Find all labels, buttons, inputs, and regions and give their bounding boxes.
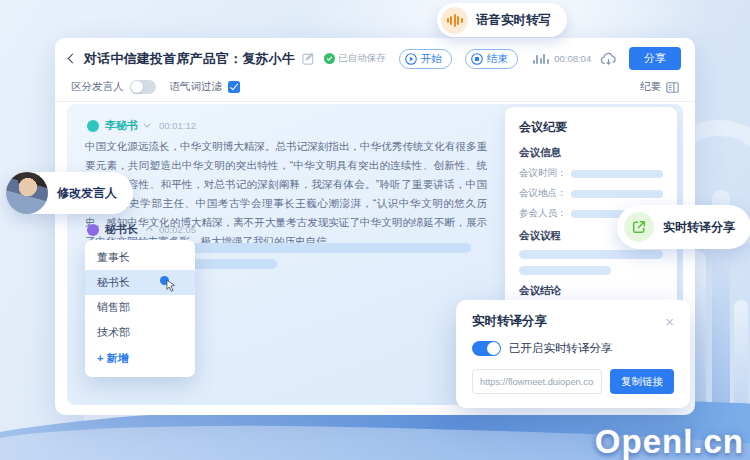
filler-filter-checkbox[interactable] [228, 81, 240, 93]
cursor-pointer-icon [164, 279, 178, 293]
distinguish-speaker-toggle[interactable] [130, 80, 156, 94]
filler-filter-label: 语气词过滤 [170, 80, 223, 94]
skeleton-bar [519, 250, 663, 259]
minutes-info-row: 会议时间： [519, 167, 663, 180]
back-icon[interactable] [68, 54, 78, 64]
dropdown-item-tech[interactable]: 技术部 [85, 320, 195, 345]
skeleton-bar [519, 266, 611, 275]
controls-row: 区分发言人 语气词过滤 纪要 [55, 74, 695, 101]
speaker2-name: 秘书长 [105, 222, 138, 237]
skeleton-bar [571, 170, 664, 178]
stop-icon [471, 53, 483, 65]
header-divider [55, 101, 695, 102]
minutes-info-title: 会议信息 [519, 146, 663, 160]
speaker2-time: 00:02:05 [159, 224, 196, 235]
chevron-down-icon[interactable] [144, 121, 151, 128]
skeleton-bar [571, 190, 664, 198]
voice-transcribe-badge: 语音实时转写 [437, 3, 567, 37]
speaker-row-2: 秘书长 00:02:05 [87, 222, 196, 237]
speaker1-name: 李秘书 [105, 118, 138, 133]
minutes-toggle-label: 纪要 [640, 80, 661, 94]
recording-timer: 00:08:04 [533, 53, 591, 64]
waveform-icon [441, 7, 468, 34]
edit-speaker-popover: 修改发言人 [6, 172, 133, 214]
share-url-input[interactable] [472, 369, 602, 394]
edit-speaker-label: 修改发言人 [57, 185, 117, 202]
minutes-info-row: 会议地点： [519, 187, 663, 200]
speaker-avatar-photo[interactable] [6, 172, 48, 214]
play-icon [405, 53, 417, 65]
speaker1-avatar-dot [87, 120, 99, 132]
close-icon[interactable]: × [665, 314, 674, 329]
dropdown-add-new[interactable]: + 新增 [85, 345, 195, 372]
share-entry-pill[interactable]: 实时转译分享 [617, 205, 750, 249]
check-circle-icon [324, 53, 335, 64]
watermark: Openl.cn [595, 423, 744, 460]
share-export-icon [624, 212, 654, 242]
share-entry-label: 实时转译分享 [663, 219, 735, 236]
dropdown-item-chairman[interactable]: 董事长 [85, 245, 195, 270]
autosave-status: 已自动保存 [324, 52, 386, 65]
distinguish-speaker-label: 区分发言人 [71, 80, 124, 94]
copy-link-button[interactable]: 复制链接 [610, 369, 674, 394]
minutes-title: 会议纪要 [519, 119, 663, 136]
share-modal-title: 实时转译分享 [472, 313, 547, 330]
share-enabled-toggle[interactable] [472, 341, 501, 356]
chevron-up-icon[interactable] [146, 227, 153, 234]
start-button[interactable]: 开始 [399, 49, 452, 69]
minutes-conclusion-title: 会议结论 [519, 284, 663, 298]
speaker1-time: 00:01:12 [159, 120, 196, 131]
share-toggle-label: 已开启实时转译分享 [509, 341, 613, 356]
speaker-dropdown: 董事长 秘书长 销售部 技术部 + 新增 [85, 240, 195, 377]
speaker-row-1: 李秘书 00:01:12 [87, 118, 196, 133]
cloud-download-icon[interactable] [600, 52, 617, 66]
share-button[interactable]: 分享 [629, 47, 681, 70]
meeting-title: 对话中信建投首席产品官：复苏小牛 [84, 50, 295, 68]
voice-transcribe-label: 语音实时转写 [476, 12, 551, 29]
dropdown-item-sales[interactable]: 销售部 [85, 295, 195, 320]
share-modal: 实时转译分享 × 已开启实时转译分享 复制链接 [456, 300, 690, 408]
stop-button[interactable]: 结束 [465, 49, 518, 69]
window-header: 对话中信建投首席产品官：复苏小牛 已自动保存 开始 结束 00:08:04 [55, 38, 695, 74]
speaker2-avatar-dot [87, 224, 99, 236]
minutes-panel-icon[interactable] [666, 82, 679, 93]
edit-title-icon[interactable] [302, 52, 315, 65]
dropdown-item-secretary-general[interactable]: 秘书长 [85, 270, 195, 295]
timer-value: 00:08:04 [554, 53, 591, 64]
